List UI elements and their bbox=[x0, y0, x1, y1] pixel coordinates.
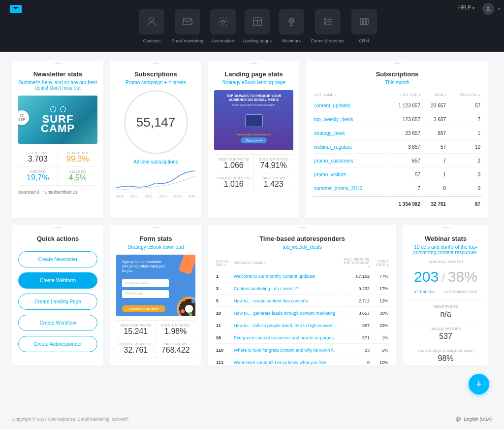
message-link[interactable]: Where to look for great content and why … bbox=[233, 345, 340, 356]
cell-receive: 3 657 bbox=[341, 308, 371, 319]
col-cycle-day[interactable]: CYCLE DAY bbox=[215, 256, 232, 270]
table-row: 10How to… generate leads through content… bbox=[215, 308, 389, 319]
all-time-link[interactable]: All time subsciptions bbox=[116, 159, 195, 165]
cell-removed: 57 bbox=[448, 99, 481, 112]
message-link[interactable]: How to… create content that converts bbox=[233, 296, 340, 307]
create-webform-button[interactable]: Create Webform bbox=[18, 272, 97, 289]
card-subtitle[interactable]: Strategy eBook landing page bbox=[214, 80, 293, 85]
list-name-link[interactable]: summer_promo_2016 bbox=[313, 182, 386, 195]
nav-contacts[interactable]: Contacts bbox=[139, 9, 164, 43]
cell-day: 98 bbox=[215, 332, 232, 344]
landing-page-preview[interactable]: TOP 10 WAYS TO ENGAGE YOUR AUDIENCE ON S… bbox=[214, 90, 293, 150]
nav-forms-surveys[interactable]: Forms & surveys bbox=[311, 9, 345, 43]
webinar-headline-stats: 203 / 38% bbox=[409, 268, 482, 285]
list-name-link[interactable]: promo_visitors bbox=[313, 168, 386, 181]
message-link[interactable]: Welcome to our monthly content updates! bbox=[233, 271, 340, 282]
cell-receive: 857 bbox=[341, 320, 371, 331]
svg-point-17 bbox=[487, 6, 490, 9]
cell-day: 5 bbox=[215, 296, 232, 307]
form-stats-card: Form stats Strategy eBook download Sign … bbox=[110, 225, 201, 365]
cell-removed: 0 bbox=[448, 182, 481, 195]
globe-icon bbox=[455, 416, 461, 422]
message-link[interactable]: How to… talk so people listed. Into to h… bbox=[233, 320, 340, 331]
nav-crm[interactable]: CRM bbox=[351, 9, 377, 43]
language-selector[interactable]: English (USA) bbox=[455, 416, 492, 422]
cell-receive: 571 bbox=[341, 332, 371, 344]
webcam-icon bbox=[279, 9, 304, 34]
cell-new: 57 bbox=[422, 141, 447, 154]
card-title: Subscriptions bbox=[116, 70, 195, 78]
stat-new-contacts: NEW CONTACTS1.066 bbox=[214, 155, 254, 173]
list-name-link[interactable]: content_updates bbox=[313, 99, 386, 112]
cell-size: 57 bbox=[387, 168, 421, 181]
cell-size: 23 657 bbox=[387, 127, 421, 140]
nav-label: Automation bbox=[212, 38, 234, 43]
svg-rect-15 bbox=[363, 19, 365, 25]
card-subtitle[interactable]: Promo campaign + 4 others bbox=[116, 80, 195, 85]
subscriptions-table: LIST NAME LIST SIZE NEW REMOVED content_… bbox=[312, 90, 482, 211]
cell-new: 657 bbox=[422, 127, 447, 140]
create-autoresponder-button[interactable]: Create Autoresponder bbox=[18, 336, 97, 352]
col-message-name[interactable]: MESSAGE NAME bbox=[233, 256, 340, 270]
table-row: top_weekly_deals123 6573 6577 bbox=[313, 113, 481, 126]
cell-size: 7 bbox=[387, 182, 421, 195]
col-new[interactable]: NEW bbox=[422, 91, 447, 99]
nav-label: Webinars bbox=[282, 38, 301, 43]
newsletter-preview[interactable]: 27 SEP SURFCAMP bbox=[18, 96, 97, 144]
list-name-link[interactable]: webinar_regulars bbox=[313, 141, 386, 154]
card-subtitle[interactable]: 10 do's and dont's of the top-converting… bbox=[409, 244, 482, 255]
create-workflow-button[interactable]: Create Workflow bbox=[18, 315, 97, 331]
landing-page-stats-card: Landing page stats Strategy eBook landin… bbox=[208, 61, 299, 218]
cell-rate: 17% bbox=[372, 283, 389, 295]
message-link[interactable]: Evergreen content resources and how to r… bbox=[233, 332, 340, 344]
lp-subtext: Lorem ipsum dolor sit amet consectetur bbox=[232, 103, 276, 106]
total-size: 1 354 982 bbox=[387, 196, 421, 210]
message-link[interactable]: Content marketing - do I need it? bbox=[233, 283, 340, 295]
table-row: strategy_book23 6576571 bbox=[313, 127, 481, 140]
copyright-text: Copyright © 2017 GetResponse. Email Mark… bbox=[12, 417, 128, 422]
create-landing-page-button[interactable]: Create Landing Page bbox=[18, 294, 97, 310]
table-row: 98Evergreen content resources and how to… bbox=[215, 332, 389, 344]
cell-size: 3 657 bbox=[387, 141, 421, 154]
nav-automation[interactable]: Automation bbox=[210, 9, 236, 43]
col-open-rate[interactable]: OPEN RATE bbox=[372, 256, 389, 270]
form-field-email: EMAIL ADDRESS bbox=[122, 279, 169, 287]
col-will-receive[interactable]: WILL RECEIVE THE MESSAGE bbox=[341, 256, 371, 270]
col-list-name[interactable]: LIST NAME bbox=[313, 91, 386, 99]
message-link[interactable]: How to… generate leads through content m… bbox=[233, 308, 340, 319]
help-menu[interactable]: HELP bbox=[458, 5, 474, 10]
nav-webinars[interactable]: Webinars bbox=[279, 9, 304, 43]
cell-receive: 0 bbox=[341, 357, 371, 365]
card-subtitle[interactable]: Summer's here, and so are our best deals… bbox=[18, 80, 97, 91]
form-preview[interactable]: Sign up for our newsletter and get top o… bbox=[116, 255, 195, 316]
attendees-count: 203 bbox=[414, 268, 439, 285]
cell-new: 1 bbox=[422, 168, 447, 181]
nav-label: Email marketing bbox=[171, 38, 203, 43]
col-list-size[interactable]: LIST SIZE bbox=[387, 91, 421, 99]
fab-add-button[interactable]: + bbox=[469, 374, 489, 395]
message-link[interactable]: Want more content? Let us know what you … bbox=[233, 357, 340, 365]
total-removed: 87 bbox=[448, 196, 481, 210]
stat-opened: OPENED19,7% bbox=[18, 167, 58, 186]
nav-label: CRM bbox=[359, 38, 369, 43]
table-row: promo_visitors5710 bbox=[313, 168, 481, 181]
cell-rate: 1% bbox=[372, 332, 389, 344]
webinar-date: 15.05.2016, 18:00 EST bbox=[409, 260, 482, 264]
nav-email-marketing[interactable]: Email marketing bbox=[171, 9, 203, 43]
card-subtitle[interactable]: top_weekly_deals bbox=[214, 244, 390, 250]
card-subtitle[interactable]: Strategy eBook download bbox=[116, 244, 195, 250]
stat-unique-visitors: UNIQUE VISITORS1.016 bbox=[214, 173, 254, 192]
create-newsletter-button[interactable]: Create Newsletter bbox=[18, 251, 97, 267]
cell-removed: 0 bbox=[448, 168, 481, 181]
card-subtitle[interactable]: This month bbox=[312, 80, 482, 85]
user-avatar[interactable] bbox=[482, 3, 494, 15]
cell-size: 123 657 bbox=[387, 113, 421, 126]
nav-landing-pages[interactable]: Landing pages bbox=[243, 9, 272, 43]
stat-new-contacts: NEW CONTACTS15.241 bbox=[116, 321, 156, 339]
col-removed[interactable]: REMOVED bbox=[448, 91, 481, 99]
list-name-link[interactable]: promo_customers bbox=[313, 155, 386, 167]
logo-icon[interactable] bbox=[10, 5, 22, 13]
cell-day: 10 bbox=[215, 308, 232, 319]
list-name-link[interactable]: top_weekly_deals bbox=[313, 113, 386, 126]
list-name-link[interactable]: strategy_book bbox=[313, 127, 386, 140]
